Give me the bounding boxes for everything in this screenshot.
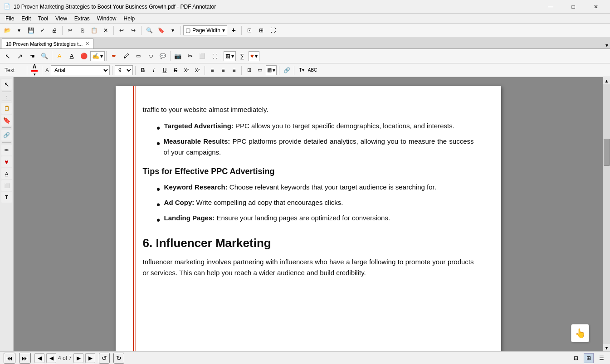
sidebar-text[interactable]: T: [1, 192, 12, 203]
scroll-thumb[interactable]: [604, 139, 610, 166]
close-button[interactable]: ✕: [586, 0, 606, 14]
strikethrough-button[interactable]: S: [171, 65, 181, 75]
tab-scroll: ▾: [604, 42, 610, 49]
align-center-button[interactable]: ≡: [218, 65, 228, 75]
next-page-button[interactable]: ▶: [73, 353, 83, 363]
cut-button[interactable]: ✂: [65, 25, 76, 36]
view-continuous-button[interactable]: ☰: [596, 353, 606, 363]
sidebar-eraser[interactable]: ⬜: [1, 180, 12, 191]
border-button[interactable]: ▭: [255, 65, 265, 75]
search-button[interactable]: 🔍: [144, 25, 155, 36]
print-button[interactable]: 🖨: [49, 25, 60, 36]
stamp-tool[interactable]: 🔴: [78, 50, 90, 62]
link-tool[interactable]: ⛶: [209, 50, 220, 62]
open-button[interactable]: 📂: [2, 25, 13, 36]
sidebar-select[interactable]: ↖: [1, 79, 12, 90]
image-insert-dropdown[interactable]: 🖼▾: [224, 51, 236, 61]
highlight-tool[interactable]: A: [54, 50, 65, 62]
menu-window[interactable]: Window: [93, 14, 120, 24]
maximize-button[interactable]: □: [563, 0, 584, 14]
superscript-button[interactable]: X2: [192, 65, 202, 75]
zoom-tool[interactable]: 🔍: [39, 50, 50, 62]
view-mode-dropdown[interactable]: ▢ Page Width ▾: [183, 25, 227, 35]
annotation-dropdown[interactable]: ✍▾: [90, 51, 105, 61]
align-right-button[interactable]: ≡: [229, 65, 239, 75]
undo-button[interactable]: ↩: [116, 25, 127, 36]
minimize-button[interactable]: —: [540, 0, 561, 14]
underline-button[interactable]: U: [160, 65, 170, 75]
italic-button[interactable]: I: [149, 65, 159, 75]
active-tab[interactable]: 10 Proven Marketing Strategies t... ✕: [2, 39, 93, 49]
status-last-page[interactable]: ⏭: [19, 353, 31, 364]
font-family-select[interactable]: Arial Times New Roman Calibri: [51, 65, 110, 75]
bookmark-button[interactable]: 🔖: [156, 25, 166, 36]
pdf-area[interactable]: traffic to your website almost immediate…: [14, 77, 603, 351]
sidebar-link[interactable]: 🔗: [1, 130, 12, 141]
hyperlink-button[interactable]: 🔗: [282, 65, 292, 75]
whitespace-tool[interactable]: ⬜: [196, 50, 208, 62]
zoom-add-button[interactable]: +: [228, 25, 239, 36]
redo-button[interactable]: ↪: [128, 25, 139, 36]
shading-dropdown[interactable]: ▩▾: [266, 65, 277, 75]
menu-edit[interactable]: Edit: [18, 14, 34, 24]
sidebar-underline[interactable]: A: [1, 168, 12, 179]
fullscreen-button[interactable]: ⛶: [268, 25, 278, 36]
spell-check-button[interactable]: ABC: [307, 65, 317, 75]
menu-file[interactable]: File: [2, 14, 18, 24]
rotate-ccw-button[interactable]: ↺: [99, 353, 110, 364]
scroll-track[interactable]: [603, 84, 610, 344]
prev-page-button[interactable]: ◀: [34, 353, 44, 363]
view-single-button[interactable]: ⊡: [571, 353, 581, 363]
next-page-button2[interactable]: ▶: [85, 353, 95, 363]
font-size-select[interactable]: 9 10 11 12 14: [115, 65, 133, 75]
image-tool[interactable]: 📷: [172, 50, 184, 62]
tab-scroll-btn[interactable]: ▾: [604, 42, 610, 49]
align-left-button[interactable]: ≡: [207, 65, 217, 75]
bookmark-dropdown[interactable]: ▾: [167, 25, 178, 36]
formula-tool[interactable]: ∑: [236, 50, 248, 62]
font-color-button[interactable]: A ▾: [29, 63, 39, 78]
delete-button[interactable]: ✕: [100, 25, 111, 36]
status-first-page[interactable]: ⏮: [4, 353, 15, 364]
prev-page-button2[interactable]: ◀: [46, 353, 56, 363]
scroll-up-button[interactable]: ▲: [603, 77, 610, 84]
sidebar-note[interactable]: 🗒: [1, 103, 12, 114]
oval-tool[interactable]: ⬭: [145, 50, 156, 62]
menu-extras[interactable]: Extras: [71, 14, 93, 24]
pointer-tool[interactable]: ↗: [14, 50, 26, 62]
open-dropdown[interactable]: ▾: [14, 25, 24, 36]
text-style-button[interactable]: T▾: [297, 65, 307, 75]
sidebar-highlight[interactable]: ♥: [1, 156, 12, 167]
rotate-cw-button[interactable]: ↻: [113, 353, 124, 364]
sidebar-pen[interactable]: ✒: [1, 145, 12, 155]
sidebar-bookmark[interactable]: 🔖: [1, 115, 12, 126]
menu-tool[interactable]: Tool: [34, 14, 52, 24]
select-tool[interactable]: ↖: [2, 50, 14, 62]
callout-tool[interactable]: 💬: [157, 50, 169, 62]
table-button[interactable]: ⊞: [244, 65, 254, 75]
rectangle-tool[interactable]: ▭: [132, 50, 144, 62]
copy-button[interactable]: ⎘: [77, 25, 88, 36]
subscript-button[interactable]: X2: [181, 65, 191, 75]
page-double-button[interactable]: ⊞: [256, 25, 267, 36]
view-double-button[interactable]: ⊞: [584, 353, 594, 363]
underline-tool[interactable]: A: [66, 50, 78, 62]
paste-button[interactable]: 📋: [88, 25, 99, 36]
menu-view[interactable]: View: [52, 14, 71, 24]
scroll-down-button[interactable]: ▼: [603, 344, 610, 351]
hand-tool[interactable]: ☚: [26, 50, 38, 62]
crop-tool[interactable]: ✂: [184, 50, 196, 62]
marker-tool[interactable]: 🖊: [120, 50, 132, 62]
page-single-button[interactable]: ⊡: [244, 25, 255, 36]
close-tab-button[interactable]: ✕: [85, 41, 89, 47]
pen-tool[interactable]: ✒: [108, 50, 120, 62]
menu-help[interactable]: Help: [120, 14, 139, 24]
bold-button[interactable]: B: [138, 65, 148, 75]
floating-action-button[interactable]: 👆: [571, 324, 589, 342]
check-button[interactable]: ✓: [37, 25, 48, 36]
save-button[interactable]: 💾: [25, 25, 36, 36]
font-icon: A: [44, 67, 50, 73]
section1-heading: Tips for Effective PPC Advertising: [143, 167, 474, 176]
status-bar: ⏮ ⏭ ◀ ◀ 4 of 7 ▶ ▶ ↺ ↻ ⊡ ⊞ ☰: [0, 351, 610, 364]
stamp-dropdown[interactable]: ♥▾: [249, 51, 259, 61]
